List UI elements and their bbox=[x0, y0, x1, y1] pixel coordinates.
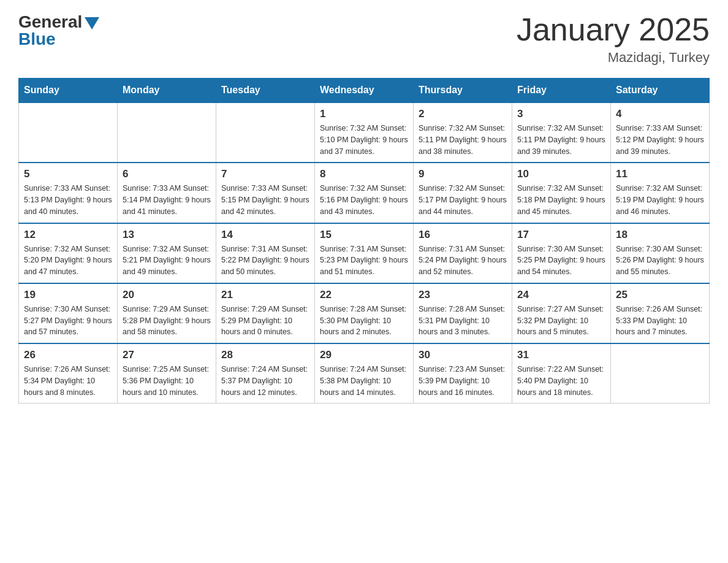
calendar-day-cell: 11Sunrise: 7:32 AM Sunset: 5:19 PM Dayli… bbox=[611, 163, 710, 223]
day-info: Sunrise: 7:30 AM Sunset: 5:25 PM Dayligh… bbox=[517, 243, 605, 278]
calendar-day-cell: 5Sunrise: 7:33 AM Sunset: 5:13 PM Daylig… bbox=[19, 163, 118, 223]
day-info: Sunrise: 7:30 AM Sunset: 5:26 PM Dayligh… bbox=[616, 243, 704, 278]
day-number: 15 bbox=[320, 229, 408, 241]
page-title: January 2025 bbox=[517, 12, 710, 47]
calendar-table: SundayMondayTuesdayWednesdayThursdayFrid… bbox=[18, 78, 710, 404]
day-info: Sunrise: 7:24 AM Sunset: 5:37 PM Dayligh… bbox=[221, 364, 309, 398]
calendar-day-cell: 9Sunrise: 7:32 AM Sunset: 5:17 PM Daylig… bbox=[414, 163, 512, 223]
logo-blue-text: Blue bbox=[18, 29, 56, 49]
day-info: Sunrise: 7:32 AM Sunset: 5:16 PM Dayligh… bbox=[320, 183, 408, 217]
day-info: Sunrise: 7:29 AM Sunset: 5:29 PM Dayligh… bbox=[221, 304, 309, 338]
day-info: Sunrise: 7:23 AM Sunset: 5:39 PM Dayligh… bbox=[419, 364, 507, 398]
day-info: Sunrise: 7:32 AM Sunset: 5:10 PM Dayligh… bbox=[320, 123, 408, 157]
day-info: Sunrise: 7:22 AM Sunset: 5:40 PM Dayligh… bbox=[517, 364, 605, 398]
day-number: 13 bbox=[123, 229, 211, 241]
day-info: Sunrise: 7:33 AM Sunset: 5:13 PM Dayligh… bbox=[24, 183, 112, 217]
calendar-week-row: 1Sunrise: 7:32 AM Sunset: 5:10 PM Daylig… bbox=[19, 102, 710, 163]
calendar-day-cell: 10Sunrise: 7:32 AM Sunset: 5:18 PM Dayli… bbox=[512, 163, 611, 223]
logo: General Blue bbox=[18, 12, 99, 49]
day-info: Sunrise: 7:32 AM Sunset: 5:18 PM Dayligh… bbox=[517, 183, 605, 217]
day-info: Sunrise: 7:28 AM Sunset: 5:31 PM Dayligh… bbox=[419, 304, 507, 338]
day-number: 2 bbox=[419, 108, 507, 120]
calendar-day-cell: 24Sunrise: 7:27 AM Sunset: 5:32 PM Dayli… bbox=[512, 283, 611, 343]
day-number: 31 bbox=[517, 349, 605, 361]
calendar-week-row: 12Sunrise: 7:32 AM Sunset: 5:20 PM Dayli… bbox=[19, 223, 710, 283]
day-number: 18 bbox=[616, 229, 704, 241]
calendar-day-cell: 2Sunrise: 7:32 AM Sunset: 5:11 PM Daylig… bbox=[414, 102, 512, 163]
logo-triangle-icon bbox=[85, 17, 99, 29]
day-info: Sunrise: 7:27 AM Sunset: 5:32 PM Dayligh… bbox=[517, 304, 605, 338]
calendar-day-cell: 31Sunrise: 7:22 AM Sunset: 5:40 PM Dayli… bbox=[512, 343, 611, 404]
calendar-day-cell: 1Sunrise: 7:32 AM Sunset: 5:10 PM Daylig… bbox=[315, 102, 414, 163]
day-number: 14 bbox=[221, 229, 309, 241]
calendar-day-cell: 29Sunrise: 7:24 AM Sunset: 5:38 PM Dayli… bbox=[315, 343, 414, 404]
day-info: Sunrise: 7:24 AM Sunset: 5:38 PM Dayligh… bbox=[320, 364, 408, 398]
day-info: Sunrise: 7:33 AM Sunset: 5:12 PM Dayligh… bbox=[616, 123, 704, 157]
day-number: 30 bbox=[419, 349, 507, 361]
day-info: Sunrise: 7:30 AM Sunset: 5:27 PM Dayligh… bbox=[24, 304, 112, 338]
calendar-header-cell: Wednesday bbox=[315, 79, 414, 103]
calendar-day-cell: 26Sunrise: 7:26 AM Sunset: 5:34 PM Dayli… bbox=[19, 343, 118, 404]
day-info: Sunrise: 7:26 AM Sunset: 5:34 PM Dayligh… bbox=[24, 364, 112, 398]
calendar-header-cell: Monday bbox=[118, 79, 216, 103]
calendar-day-cell: 3Sunrise: 7:32 AM Sunset: 5:11 PM Daylig… bbox=[512, 102, 611, 163]
calendar-day-cell: 6Sunrise: 7:33 AM Sunset: 5:14 PM Daylig… bbox=[118, 163, 216, 223]
day-info: Sunrise: 7:26 AM Sunset: 5:33 PM Dayligh… bbox=[616, 304, 704, 338]
title-block: January 2025 Mazidagi, Turkey bbox=[517, 12, 710, 66]
calendar-day-cell bbox=[611, 343, 710, 404]
calendar-day-cell: 20Sunrise: 7:29 AM Sunset: 5:28 PM Dayli… bbox=[118, 283, 216, 343]
calendar-day-cell: 16Sunrise: 7:31 AM Sunset: 5:24 PM Dayli… bbox=[414, 223, 512, 283]
calendar-day-cell: 18Sunrise: 7:30 AM Sunset: 5:26 PM Dayli… bbox=[611, 223, 710, 283]
day-number: 26 bbox=[24, 349, 112, 361]
day-number: 7 bbox=[221, 168, 309, 180]
day-number: 27 bbox=[123, 349, 211, 361]
calendar-body: 1Sunrise: 7:32 AM Sunset: 5:10 PM Daylig… bbox=[19, 102, 710, 404]
page-subtitle: Mazidagi, Turkey bbox=[517, 50, 710, 66]
day-info: Sunrise: 7:32 AM Sunset: 5:11 PM Dayligh… bbox=[517, 123, 605, 157]
day-number: 10 bbox=[517, 168, 605, 180]
day-number: 23 bbox=[419, 289, 507, 301]
calendar-header-row: SundayMondayTuesdayWednesdayThursdayFrid… bbox=[19, 79, 710, 103]
day-number: 4 bbox=[616, 108, 704, 120]
day-number: 29 bbox=[320, 349, 408, 361]
day-number: 25 bbox=[616, 289, 704, 301]
day-number: 6 bbox=[123, 168, 211, 180]
calendar-day-cell bbox=[19, 102, 118, 163]
calendar-day-cell: 27Sunrise: 7:25 AM Sunset: 5:36 PM Dayli… bbox=[118, 343, 216, 404]
calendar-header-cell: Saturday bbox=[611, 79, 710, 103]
day-info: Sunrise: 7:32 AM Sunset: 5:17 PM Dayligh… bbox=[419, 183, 507, 217]
day-number: 17 bbox=[517, 229, 605, 241]
day-info: Sunrise: 7:29 AM Sunset: 5:28 PM Dayligh… bbox=[123, 304, 211, 338]
calendar-week-row: 19Sunrise: 7:30 AM Sunset: 5:27 PM Dayli… bbox=[19, 283, 710, 343]
day-number: 22 bbox=[320, 289, 408, 301]
day-number: 20 bbox=[123, 289, 211, 301]
calendar-day-cell: 23Sunrise: 7:28 AM Sunset: 5:31 PM Dayli… bbox=[414, 283, 512, 343]
day-number: 16 bbox=[419, 229, 507, 241]
calendar-day-cell bbox=[216, 102, 315, 163]
day-number: 8 bbox=[320, 168, 408, 180]
calendar-day-cell: 19Sunrise: 7:30 AM Sunset: 5:27 PM Dayli… bbox=[19, 283, 118, 343]
calendar-day-cell bbox=[118, 102, 216, 163]
day-info: Sunrise: 7:31 AM Sunset: 5:22 PM Dayligh… bbox=[221, 243, 309, 278]
day-info: Sunrise: 7:25 AM Sunset: 5:36 PM Dayligh… bbox=[123, 364, 211, 398]
day-number: 3 bbox=[517, 108, 605, 120]
calendar-day-cell: 4Sunrise: 7:33 AM Sunset: 5:12 PM Daylig… bbox=[611, 102, 710, 163]
day-number: 11 bbox=[616, 168, 704, 180]
calendar-day-cell: 14Sunrise: 7:31 AM Sunset: 5:22 PM Dayli… bbox=[216, 223, 315, 283]
day-info: Sunrise: 7:31 AM Sunset: 5:24 PM Dayligh… bbox=[419, 243, 507, 278]
calendar-day-cell: 17Sunrise: 7:30 AM Sunset: 5:25 PM Dayli… bbox=[512, 223, 611, 283]
calendar-header-cell: Thursday bbox=[414, 79, 512, 103]
calendar-week-row: 26Sunrise: 7:26 AM Sunset: 5:34 PM Dayli… bbox=[19, 343, 710, 404]
day-number: 21 bbox=[221, 289, 309, 301]
calendar-header-cell: Tuesday bbox=[216, 79, 315, 103]
day-info: Sunrise: 7:32 AM Sunset: 5:21 PM Dayligh… bbox=[123, 243, 211, 278]
calendar-day-cell: 15Sunrise: 7:31 AM Sunset: 5:23 PM Dayli… bbox=[315, 223, 414, 283]
calendar-day-cell: 7Sunrise: 7:33 AM Sunset: 5:15 PM Daylig… bbox=[216, 163, 315, 223]
calendar-day-cell: 22Sunrise: 7:28 AM Sunset: 5:30 PM Dayli… bbox=[315, 283, 414, 343]
day-info: Sunrise: 7:28 AM Sunset: 5:30 PM Dayligh… bbox=[320, 304, 408, 338]
day-number: 9 bbox=[419, 168, 507, 180]
calendar-day-cell: 30Sunrise: 7:23 AM Sunset: 5:39 PM Dayli… bbox=[414, 343, 512, 404]
calendar-header-cell: Friday bbox=[512, 79, 611, 103]
day-info: Sunrise: 7:31 AM Sunset: 5:23 PM Dayligh… bbox=[320, 243, 408, 278]
calendar-header-cell: Sunday bbox=[19, 79, 118, 103]
